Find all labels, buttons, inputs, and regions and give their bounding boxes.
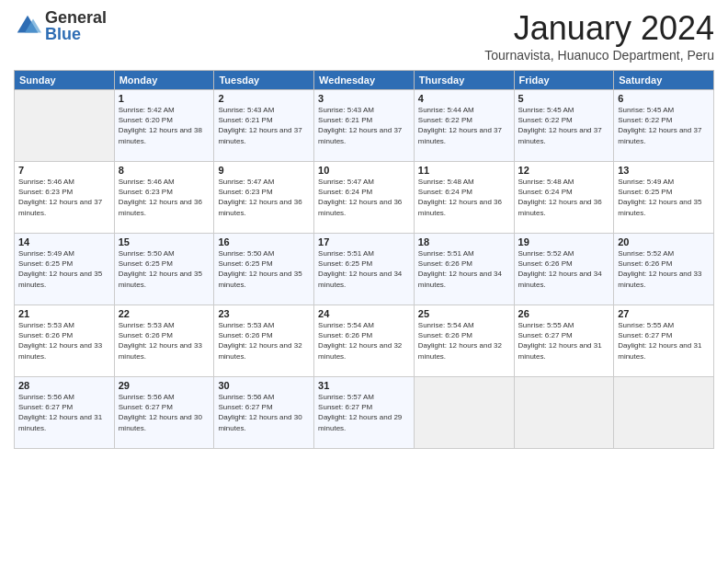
table-row: 1 Sunrise: 5:42 AM Sunset: 6:20 PM Dayli… — [114, 90, 214, 162]
day-number: 24 — [318, 308, 410, 319]
day-info: Sunrise: 5:45 AM Sunset: 6:22 PM Dayligh… — [518, 105, 610, 146]
logo-blue-text: Blue — [45, 26, 107, 42]
day-number: 10 — [318, 165, 410, 176]
table-row: 31 Sunrise: 5:57 AM Sunset: 6:27 PM Dayl… — [314, 377, 415, 449]
day-info: Sunrise: 5:53 AM Sunset: 6:26 PM Dayligh… — [18, 320, 110, 362]
day-info: Sunrise: 5:45 AM Sunset: 6:22 PM Dayligh… — [618, 105, 710, 146]
day-number: 13 — [618, 165, 710, 176]
col-wednesday: Wednesday — [314, 71, 415, 90]
day-number: 20 — [618, 236, 710, 247]
table-row: 4 Sunrise: 5:44 AM Sunset: 6:22 PM Dayli… — [414, 90, 514, 162]
day-number: 23 — [218, 308, 310, 319]
day-number: 12 — [518, 165, 610, 176]
month-title: January 2024 — [484, 9, 714, 48]
table-row: 15 Sunrise: 5:50 AM Sunset: 6:25 PM Dayl… — [114, 234, 214, 305]
day-info: Sunrise: 5:43 AM Sunset: 6:21 PM Dayligh… — [218, 105, 310, 146]
day-info: Sunrise: 5:56 AM Sunset: 6:27 PM Dayligh… — [119, 392, 210, 433]
day-info: Sunrise: 5:54 AM Sunset: 6:26 PM Dayligh… — [418, 320, 510, 362]
day-number: 5 — [518, 93, 610, 104]
table-row: 17 Sunrise: 5:51 AM Sunset: 6:25 PM Dayl… — [314, 234, 415, 305]
logo: General Blue — [14, 9, 107, 42]
col-thursday: Thursday — [414, 71, 514, 90]
table-row — [15, 90, 115, 162]
table-row: 3 Sunrise: 5:43 AM Sunset: 6:21 PM Dayli… — [314, 90, 415, 162]
day-info: Sunrise: 5:56 AM Sunset: 6:27 PM Dayligh… — [18, 392, 110, 433]
logo-text: General Blue — [45, 9, 107, 42]
table-row: 5 Sunrise: 5:45 AM Sunset: 6:22 PM Dayli… — [514, 90, 614, 162]
table-row: 8 Sunrise: 5:46 AM Sunset: 6:23 PM Dayli… — [114, 162, 214, 234]
table-row: 10 Sunrise: 5:47 AM Sunset: 6:24 PM Dayl… — [314, 162, 415, 234]
table-row — [414, 377, 514, 449]
logo-icon — [14, 12, 41, 40]
day-number: 22 — [119, 308, 210, 319]
day-info: Sunrise: 5:46 AM Sunset: 6:23 PM Dayligh… — [119, 177, 210, 218]
table-row: 2 Sunrise: 5:43 AM Sunset: 6:21 PM Dayli… — [214, 90, 314, 162]
day-info: Sunrise: 5:48 AM Sunset: 6:24 PM Dayligh… — [518, 177, 610, 218]
day-number: 27 — [618, 308, 710, 319]
day-info: Sunrise: 5:46 AM Sunset: 6:23 PM Dayligh… — [18, 177, 110, 218]
day-info: Sunrise: 5:52 AM Sunset: 6:26 PM Dayligh… — [618, 248, 710, 290]
table-row: 22 Sunrise: 5:53 AM Sunset: 6:26 PM Dayl… — [114, 305, 214, 377]
col-monday: Monday — [114, 71, 214, 90]
day-number: 11 — [418, 165, 510, 176]
table-row: 24 Sunrise: 5:54 AM Sunset: 6:26 PM Dayl… — [314, 305, 415, 377]
table-row: 29 Sunrise: 5:56 AM Sunset: 6:27 PM Dayl… — [114, 377, 214, 449]
day-number: 30 — [218, 380, 310, 391]
calendar-week-row: 14 Sunrise: 5:49 AM Sunset: 6:25 PM Dayl… — [15, 234, 714, 305]
calendar-table: Sunday Monday Tuesday Wednesday Thursday… — [14, 70, 714, 449]
day-info: Sunrise: 5:56 AM Sunset: 6:27 PM Dayligh… — [218, 392, 310, 433]
page: General Blue January 2024 Tournavista, H… — [0, 0, 728, 563]
day-number: 26 — [518, 308, 610, 319]
day-info: Sunrise: 5:50 AM Sunset: 6:25 PM Dayligh… — [218, 248, 310, 290]
day-number: 28 — [18, 380, 110, 391]
day-number: 16 — [218, 236, 310, 247]
day-info: Sunrise: 5:53 AM Sunset: 6:26 PM Dayligh… — [218, 320, 310, 362]
day-number: 21 — [18, 308, 110, 319]
calendar-week-row: 1 Sunrise: 5:42 AM Sunset: 6:20 PM Dayli… — [15, 90, 714, 162]
day-info: Sunrise: 5:49 AM Sunset: 6:25 PM Dayligh… — [618, 177, 710, 218]
table-row: 20 Sunrise: 5:52 AM Sunset: 6:26 PM Dayl… — [614, 234, 714, 305]
day-info: Sunrise: 5:47 AM Sunset: 6:24 PM Dayligh… — [318, 177, 410, 218]
table-row: 16 Sunrise: 5:50 AM Sunset: 6:25 PM Dayl… — [214, 234, 314, 305]
col-sunday: Sunday — [15, 71, 115, 90]
day-info: Sunrise: 5:48 AM Sunset: 6:24 PM Dayligh… — [418, 177, 510, 218]
location-subtitle: Tournavista, Huanuco Department, Peru — [484, 48, 714, 63]
header: General Blue January 2024 Tournavista, H… — [14, 9, 714, 63]
logo-general-text: General — [45, 9, 107, 26]
table-row: 9 Sunrise: 5:47 AM Sunset: 6:23 PM Dayli… — [214, 162, 314, 234]
day-number: 29 — [119, 380, 210, 391]
table-row — [514, 377, 614, 449]
table-row: 19 Sunrise: 5:52 AM Sunset: 6:26 PM Dayl… — [514, 234, 614, 305]
table-row: 30 Sunrise: 5:56 AM Sunset: 6:27 PM Dayl… — [214, 377, 314, 449]
day-number: 6 — [618, 93, 710, 104]
table-row: 25 Sunrise: 5:54 AM Sunset: 6:26 PM Dayl… — [414, 305, 514, 377]
calendar-week-row: 7 Sunrise: 5:46 AM Sunset: 6:23 PM Dayli… — [15, 162, 714, 234]
day-number: 3 — [318, 93, 410, 104]
table-row: 21 Sunrise: 5:53 AM Sunset: 6:26 PM Dayl… — [15, 305, 115, 377]
table-row: 23 Sunrise: 5:53 AM Sunset: 6:26 PM Dayl… — [214, 305, 314, 377]
table-row — [614, 377, 714, 449]
day-info: Sunrise: 5:44 AM Sunset: 6:22 PM Dayligh… — [418, 105, 510, 146]
day-number: 18 — [418, 236, 510, 247]
day-number: 8 — [119, 165, 210, 176]
day-info: Sunrise: 5:43 AM Sunset: 6:21 PM Dayligh… — [318, 105, 410, 146]
table-row: 18 Sunrise: 5:51 AM Sunset: 6:26 PM Dayl… — [414, 234, 514, 305]
day-info: Sunrise: 5:51 AM Sunset: 6:25 PM Dayligh… — [318, 248, 410, 290]
col-saturday: Saturday — [614, 71, 714, 90]
day-number: 15 — [119, 236, 210, 247]
table-row: 12 Sunrise: 5:48 AM Sunset: 6:24 PM Dayl… — [514, 162, 614, 234]
day-number: 9 — [218, 165, 310, 176]
col-friday: Friday — [514, 71, 614, 90]
calendar-week-row: 28 Sunrise: 5:56 AM Sunset: 6:27 PM Dayl… — [15, 377, 714, 449]
day-number: 4 — [418, 93, 510, 104]
day-info: Sunrise: 5:42 AM Sunset: 6:20 PM Dayligh… — [119, 105, 210, 146]
day-number: 14 — [18, 236, 110, 247]
day-info: Sunrise: 5:53 AM Sunset: 6:26 PM Dayligh… — [119, 320, 210, 362]
day-number: 7 — [18, 165, 110, 176]
calendar-header-row: Sunday Monday Tuesday Wednesday Thursday… — [15, 71, 714, 90]
col-tuesday: Tuesday — [214, 71, 314, 90]
day-info: Sunrise: 5:49 AM Sunset: 6:25 PM Dayligh… — [18, 248, 110, 290]
day-info: Sunrise: 5:52 AM Sunset: 6:26 PM Dayligh… — [518, 248, 610, 290]
day-info: Sunrise: 5:57 AM Sunset: 6:27 PM Dayligh… — [318, 392, 410, 433]
day-info: Sunrise: 5:54 AM Sunset: 6:26 PM Dayligh… — [318, 320, 410, 362]
